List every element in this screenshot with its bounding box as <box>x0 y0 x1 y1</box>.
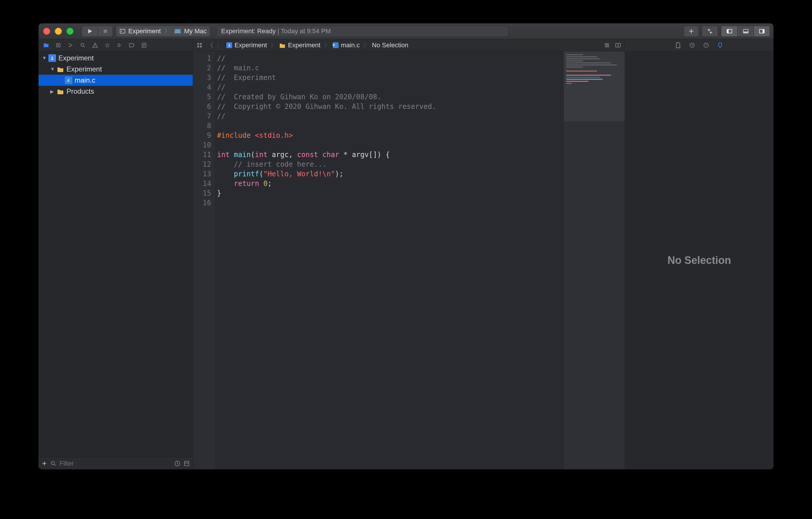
editor-layout-icon[interactable] <box>604 42 610 49</box>
project-navigator-icon[interactable] <box>42 42 50 49</box>
stop-button[interactable] <box>98 26 113 37</box>
back-button[interactable]: 〈 <box>206 40 213 50</box>
tree-row[interactable]: cmain.c <box>38 75 193 86</box>
report-navigator-icon[interactable] <box>141 42 148 49</box>
file-inspector-icon[interactable] <box>675 42 682 49</box>
filter-input[interactable] <box>59 460 171 467</box>
test-navigator-icon[interactable] <box>104 42 111 49</box>
code-view[interactable]: //// main.c// Experiment//// Created by … <box>215 51 563 469</box>
history-inspector-icon[interactable] <box>689 42 696 49</box>
tree-row-label: Experiment <box>66 65 102 73</box>
scheme-target: My Mac <box>184 27 206 35</box>
svg-text:?: ? <box>705 44 707 47</box>
svg-point-12 <box>69 46 70 47</box>
crumb-folder[interactable]: Experiment 〉 <box>279 41 330 50</box>
library-button[interactable] <box>684 26 699 37</box>
symbol-navigator-icon[interactable] <box>67 42 74 49</box>
chevron-right-icon: 〉 <box>363 41 370 50</box>
svg-point-25 <box>51 58 53 60</box>
inspector-empty-text: No Selection <box>667 254 731 267</box>
disclosure-triangle-icon[interactable]: ▼ <box>50 66 54 72</box>
folder-icon <box>57 65 64 73</box>
project-icon <box>49 54 56 62</box>
tree-row[interactable]: ▼Experiment <box>38 64 193 75</box>
help-inspector-icon[interactable]: ? <box>703 42 709 49</box>
svg-rect-1 <box>120 29 125 33</box>
scheme-name: Experiment <box>128 27 161 35</box>
close-icon[interactable] <box>43 28 50 35</box>
minimize-icon[interactable] <box>55 28 62 35</box>
source-control-navigator-icon[interactable] <box>55 42 62 49</box>
tree-row-label: main.c <box>75 76 95 84</box>
activity-prefix: Experiment: <box>221 27 255 35</box>
crumb-project[interactable]: Experiment 〉 <box>226 41 277 50</box>
disclosure-triangle-icon[interactable]: ▼ <box>42 55 46 61</box>
scheme-selector[interactable]: Experiment 〉 My Mac <box>116 26 210 37</box>
crumb-symbol[interactable]: No Selection <box>372 42 408 49</box>
c-file-icon: c <box>65 77 72 84</box>
activity-sep: | <box>278 27 279 35</box>
crumb-label: Experiment <box>234 42 267 49</box>
filter-icon <box>50 460 57 467</box>
window-traffic-lights <box>43 28 74 35</box>
xcode-window: Experiment 〉 My Mac Experiment: Ready | … <box>38 23 774 469</box>
project-tree[interactable]: ▼Experiment▼Experimentcmain.c▶Products <box>38 51 193 457</box>
tree-row[interactable]: ▶Products <box>38 86 193 97</box>
toggle-debug-area-button[interactable] <box>737 26 754 37</box>
run-button[interactable] <box>82 26 98 37</box>
recent-filter-icon[interactable] <box>174 460 180 467</box>
svg-rect-2 <box>175 29 180 33</box>
svg-rect-19 <box>200 46 202 47</box>
chevron-right-icon: 〉 <box>324 41 330 50</box>
terminal-icon <box>120 28 125 34</box>
svg-rect-17 <box>200 43 202 45</box>
inspector-tab-icons: ? <box>625 39 774 51</box>
debug-navigator-icon[interactable] <box>116 42 123 49</box>
zoom-icon[interactable] <box>66 28 74 35</box>
titlebar: Experiment 〉 My Mac Experiment: Ready | … <box>38 23 774 39</box>
panel-toggle-group <box>721 26 770 37</box>
adjust-editor-options-icon[interactable] <box>614 42 621 49</box>
project-icon <box>226 42 232 48</box>
run-stop-group <box>82 26 113 37</box>
scm-filter-icon[interactable] <box>183 460 190 467</box>
minimap-viewport[interactable] <box>564 51 625 121</box>
svg-point-11 <box>69 44 70 44</box>
related-items-icon[interactable] <box>196 42 203 49</box>
folder-icon <box>57 88 64 95</box>
project-navigator: ▼Experiment▼Experimentcmain.c▶Products + <box>38 51 193 469</box>
disclosure-triangle-icon[interactable]: ▶ <box>50 89 54 94</box>
svg-rect-18 <box>198 46 199 47</box>
tree-row-label: Products <box>66 87 94 95</box>
svg-rect-3 <box>174 33 181 33</box>
activity-time: Today at 9:54 PM <box>281 27 331 35</box>
crumb-file[interactable]: c main.c 〉 <box>333 41 370 50</box>
activity-viewer[interactable]: Experiment: Ready | Today at 9:54 PM <box>217 26 509 37</box>
source-editor[interactable]: 12345678910111213141516 //// main.c// Ex… <box>193 51 625 469</box>
issue-navigator-icon[interactable] <box>92 42 98 49</box>
crumb-label: No Selection <box>372 42 408 49</box>
minimap[interactable] <box>563 51 625 469</box>
attributes-inspector-icon[interactable] <box>717 42 724 49</box>
toggle-navigator-button[interactable] <box>721 26 737 37</box>
breakpoint-navigator-icon[interactable] <box>128 42 135 49</box>
svg-point-26 <box>51 461 55 464</box>
navigator-and-jumpbar: 〈 〉 Experiment 〉 Experiment <box>38 39 774 51</box>
jump-bar-crumbs[interactable]: Experiment 〉 Experiment 〉 c main.c 〉 <box>226 41 408 50</box>
svg-rect-16 <box>198 43 199 45</box>
svg-rect-7 <box>743 31 748 33</box>
find-navigator-icon[interactable] <box>79 42 86 49</box>
code-review-button[interactable] <box>702 26 718 37</box>
add-button[interactable]: + <box>41 459 47 468</box>
crumb-label: main.c <box>341 42 360 49</box>
chevron-right-icon: 〉 <box>270 41 277 50</box>
forward-button[interactable]: 〉 <box>216 40 223 50</box>
tree-row-label: Experiment <box>58 54 94 62</box>
folder-icon <box>279 43 286 48</box>
mac-icon <box>174 29 181 33</box>
toggle-inspector-button[interactable] <box>754 26 770 37</box>
editor-area: 12345678910111213141516 //// main.c// Ex… <box>193 51 774 469</box>
svg-rect-0 <box>104 29 107 33</box>
chevron-right-icon: 〉 <box>164 27 171 36</box>
tree-row[interactable]: ▼Experiment <box>38 53 193 64</box>
